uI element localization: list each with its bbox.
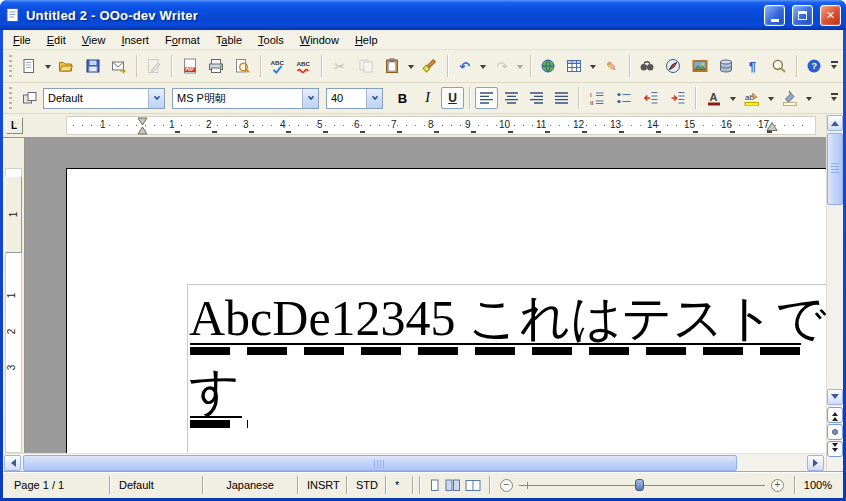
bold-button[interactable]: B — [391, 87, 414, 109]
combo-dropdown-button[interactable] — [366, 89, 382, 108]
auto-spellcheck-button[interactable]: ABC — [291, 54, 317, 78]
scroll-left-button[interactable] — [4, 455, 21, 471]
font-name-combo[interactable]: MS P明朝 — [172, 88, 319, 109]
justify-button[interactable] — [550, 87, 573, 109]
hyperlink-button[interactable] — [535, 54, 561, 78]
close-button[interactable]: ✕ — [820, 5, 841, 26]
menu-help[interactable]: Help — [347, 31, 386, 49]
undo-button[interactable]: ↶ — [452, 54, 478, 78]
status-zoom-level[interactable]: 100% — [797, 476, 839, 494]
combo-dropdown-button[interactable] — [148, 89, 164, 108]
vertical-scrollbar[interactable] — [826, 114, 843, 471]
page[interactable]: AbcDe12345 これはテストで す — [66, 168, 826, 453]
redo-dropdown[interactable] — [515, 55, 526, 77]
menu-format[interactable]: Format — [157, 31, 208, 49]
text-line[interactable]: す — [189, 363, 826, 436]
text-line[interactable]: AbcDe12345 これはテストで — [189, 290, 826, 363]
single-page-view-icon[interactable] — [428, 479, 441, 492]
horizontal-scrollbar[interactable] — [3, 453, 826, 471]
italic-button[interactable]: I — [416, 87, 439, 109]
v-ruler[interactable]: 1 123 — [3, 138, 25, 453]
align-center-button[interactable] — [500, 87, 523, 109]
email-document-button[interactable] — [106, 54, 132, 78]
document-text-line1[interactable]: AbcDe12345 これはテストで — [189, 290, 826, 346]
status-selection-mode[interactable]: STD — [349, 476, 383, 494]
background-color-button[interactable] — [776, 86, 803, 110]
title-bar[interactable]: Untitled 2 - OOo-dev Writer ✕ — [0, 0, 846, 30]
open-button[interactable] — [53, 54, 79, 78]
new-document-button[interactable] — [16, 54, 42, 78]
scroll-up-button[interactable] — [827, 115, 843, 131]
status-insert-mode[interactable]: INSRT — [300, 476, 344, 494]
scroll-right-button[interactable] — [807, 455, 824, 471]
spellcheck-button[interactable]: ABC — [265, 54, 291, 78]
status-language[interactable]: Japanese — [205, 476, 295, 494]
find-replace-button[interactable] — [634, 54, 660, 78]
multi-page-view-icon[interactable] — [445, 479, 461, 492]
help-button[interactable]: ? — [801, 54, 827, 78]
vertical-scroll-thumb[interactable] — [827, 133, 843, 205]
combo-dropdown-button[interactable] — [302, 89, 318, 108]
highlighting-dropdown[interactable] — [765, 87, 776, 109]
new-document-dropdown[interactable] — [42, 55, 53, 77]
toolbar-options-button[interactable] — [827, 87, 841, 109]
styles-button[interactable] — [16, 86, 43, 110]
navigation-button[interactable] — [827, 424, 843, 440]
menu-window[interactable]: Window — [292, 31, 347, 49]
toolbar-drag-handle[interactable] — [7, 87, 14, 109]
menu-tools[interactable]: Tools — [250, 31, 292, 49]
draw-functions-button[interactable]: ✎ — [598, 54, 624, 78]
document-area[interactable]: AbcDe12345 これはテストで す — [25, 138, 826, 453]
underline-button[interactable]: U — [441, 87, 464, 109]
indent-marker-icon[interactable] — [137, 117, 148, 135]
zoom-button[interactable] — [765, 54, 791, 78]
cut-button[interactable]: ✂ — [326, 54, 352, 78]
menu-edit[interactable]: Edit — [39, 31, 74, 49]
paste-dropdown[interactable] — [405, 55, 416, 77]
tab-type-button[interactable]: L — [6, 117, 23, 134]
copy-button[interactable] — [353, 54, 379, 78]
scroll-down-button[interactable] — [827, 389, 843, 405]
status-page-style[interactable]: Default — [112, 476, 200, 494]
menu-table[interactable]: Table — [208, 31, 250, 49]
toolbar-drag-handle[interactable] — [7, 55, 14, 77]
font-color-button[interactable]: A — [700, 86, 727, 110]
status-page[interactable]: Page 1 / 1 — [7, 476, 107, 494]
undo-dropdown[interactable] — [478, 55, 489, 77]
paragraph-style-combo[interactable]: Default — [43, 88, 165, 109]
print-button[interactable] — [203, 54, 229, 78]
export-pdf-button[interactable]: PDF — [176, 54, 202, 78]
gallery-button[interactable] — [686, 54, 712, 78]
font-color-dropdown[interactable] — [727, 87, 738, 109]
zoom-out-button[interactable]: − — [500, 479, 513, 492]
menu-view[interactable]: View — [74, 31, 114, 49]
navigator-button[interactable] — [660, 54, 686, 78]
increase-indent-button[interactable] — [664, 86, 691, 110]
page-preview-button[interactable] — [229, 54, 255, 78]
decrease-indent-button[interactable] — [637, 86, 664, 110]
status-modified-flag[interactable]: * — [388, 476, 410, 494]
highlighting-button[interactable]: ab — [738, 86, 765, 110]
zoom-in-button[interactable]: + — [771, 479, 784, 492]
toolbar-options-button[interactable] — [827, 55, 841, 77]
maximize-button[interactable] — [792, 5, 813, 26]
next-page-button[interactable] — [827, 441, 843, 457]
save-button[interactable] — [79, 54, 105, 78]
menu-file[interactable]: File — [5, 31, 39, 49]
insert-table-dropdown[interactable] — [588, 55, 599, 77]
previous-page-button[interactable] — [827, 407, 843, 423]
h-ruler[interactable]: 11234567891011121314151617 — [25, 114, 826, 137]
data-sources-button[interactable] — [713, 54, 739, 78]
align-right-button[interactable] — [525, 87, 548, 109]
insert-table-button[interactable] — [561, 54, 587, 78]
book-view-icon[interactable] — [465, 479, 481, 492]
minimize-button[interactable] — [764, 5, 785, 26]
redo-button[interactable]: ↷ — [489, 54, 515, 78]
nonprinting-characters-button[interactable]: ¶ — [739, 54, 765, 78]
edit-file-button[interactable] — [141, 54, 167, 78]
font-size-combo[interactable]: 40 — [326, 88, 383, 109]
horizontal-scroll-thumb[interactable] — [23, 455, 737, 471]
document-text-line2[interactable]: す — [189, 363, 826, 419]
zoom-slider-track[interactable] — [519, 485, 765, 486]
menu-insert[interactable]: Insert — [113, 31, 157, 49]
